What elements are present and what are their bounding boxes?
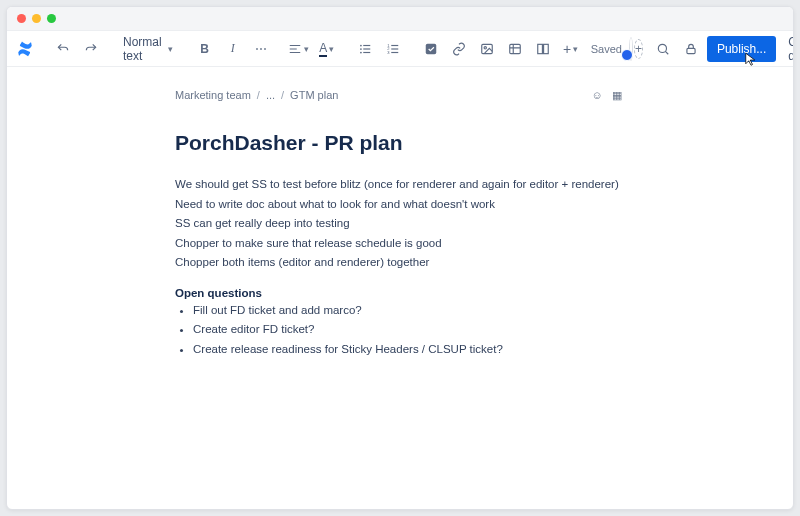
svg-point-2: [360, 51, 362, 53]
find-button[interactable]: [651, 37, 675, 61]
confluence-logo-icon[interactable]: [13, 37, 37, 61]
breadcrumb-current[interactable]: GTM plan: [290, 89, 338, 101]
editor-toolbar: Normal text ▾ B I ⋯ ▾ A ▾ 123: [7, 31, 793, 67]
text-style-select[interactable]: Normal text ▾: [117, 37, 179, 61]
add-collaborator-button[interactable]: +: [634, 39, 643, 59]
svg-point-0: [360, 44, 362, 46]
emoji-button[interactable]: ☺: [589, 87, 605, 103]
breadcrumb-separator: /: [257, 89, 260, 101]
breadcrumb-separator: /: [281, 89, 284, 101]
chevron-down-icon: ▾: [329, 44, 334, 54]
svg-text:3: 3: [387, 49, 390, 54]
chevron-down-icon: ▾: [304, 44, 309, 54]
page-title[interactable]: PorchDasher - PR plan: [175, 131, 625, 155]
close-draft-button[interactable]: Close draft: [780, 36, 794, 62]
svg-rect-19: [687, 48, 695, 53]
cover-button[interactable]: ▦: [609, 87, 625, 103]
more-formatting-button[interactable]: ⋯: [249, 37, 273, 61]
align-button[interactable]: ▾: [287, 37, 311, 61]
close-draft-label: Close draft: [788, 35, 794, 63]
window-titlebar: [7, 7, 793, 31]
body-text[interactable]: We should get SS to test before blitz (o…: [175, 175, 625, 273]
chevron-down-icon: ▾: [168, 44, 173, 54]
list-item[interactable]: Create editor FD ticket?: [193, 320, 625, 340]
app-window: Normal text ▾ B I ⋯ ▾ A ▾ 123: [6, 6, 794, 510]
redo-button[interactable]: [79, 37, 103, 61]
paragraph[interactable]: Chopper to make sure that release schedu…: [175, 234, 625, 254]
list-item[interactable]: Create release readiness for Sticky Head…: [193, 340, 625, 360]
layouts-button[interactable]: [531, 37, 555, 61]
publish-label: Publish...: [717, 42, 766, 56]
svg-rect-11: [391, 51, 398, 52]
svg-point-1: [360, 48, 362, 50]
text-style-label: Normal text: [123, 35, 162, 63]
svg-rect-3: [363, 44, 370, 45]
breadcrumb: Marketing team / ... / GTM plan ☺ ▦: [175, 87, 625, 103]
paragraph[interactable]: We should get SS to test before blitz (o…: [175, 175, 625, 195]
chevron-down-icon: ▾: [573, 44, 578, 54]
list-item[interactable]: Fill out FD ticket and add marco?: [193, 301, 625, 321]
page-body: Marketing team / ... / GTM plan ☺ ▦ Porc…: [175, 87, 625, 509]
mention-button[interactable]: [503, 37, 527, 61]
open-questions-heading[interactable]: Open questions: [175, 287, 625, 299]
window-close-dot[interactable]: [17, 14, 26, 23]
breadcrumb-root[interactable]: Marketing team: [175, 89, 251, 101]
publish-button[interactable]: Publish...: [707, 36, 776, 62]
window-min-dot[interactable]: [32, 14, 41, 23]
svg-rect-17: [543, 44, 548, 53]
svg-rect-5: [363, 51, 370, 52]
window-max-dot[interactable]: [47, 14, 56, 23]
paragraph[interactable]: Need to write doc about what to look for…: [175, 195, 625, 215]
undo-button[interactable]: [51, 37, 75, 61]
svg-point-18: [658, 44, 666, 52]
svg-rect-4: [363, 48, 370, 49]
image-button[interactable]: [475, 37, 499, 61]
collaborator-avatar[interactable]: [630, 38, 632, 60]
restrictions-button[interactable]: [679, 37, 703, 61]
breadcrumb-ellipsis[interactable]: ...: [266, 89, 275, 101]
link-button[interactable]: [447, 37, 471, 61]
italic-button[interactable]: I: [221, 37, 245, 61]
svg-rect-10: [391, 48, 398, 49]
svg-rect-9: [391, 44, 398, 45]
open-questions-list[interactable]: Fill out FD ticket and add marco? Create…: [175, 301, 625, 360]
editor-canvas[interactable]: Marketing team / ... / GTM plan ☺ ▦ Porc…: [7, 67, 793, 509]
paragraph[interactable]: SS can get really deep into testing: [175, 214, 625, 234]
bold-button[interactable]: B: [193, 37, 217, 61]
insert-button[interactable]: + ▾: [559, 37, 583, 61]
svg-rect-15: [509, 44, 520, 53]
paragraph[interactable]: Chopper both items (editor and renderer)…: [175, 253, 625, 273]
numbered-list-button[interactable]: 123: [381, 37, 405, 61]
text-color-button[interactable]: A ▾: [315, 37, 339, 61]
action-item-button[interactable]: [419, 37, 443, 61]
svg-rect-12: [425, 43, 436, 54]
bullet-list-button[interactable]: [353, 37, 377, 61]
svg-rect-16: [537, 44, 542, 53]
svg-point-14: [484, 46, 486, 48]
saved-status: Saved: [591, 43, 622, 55]
